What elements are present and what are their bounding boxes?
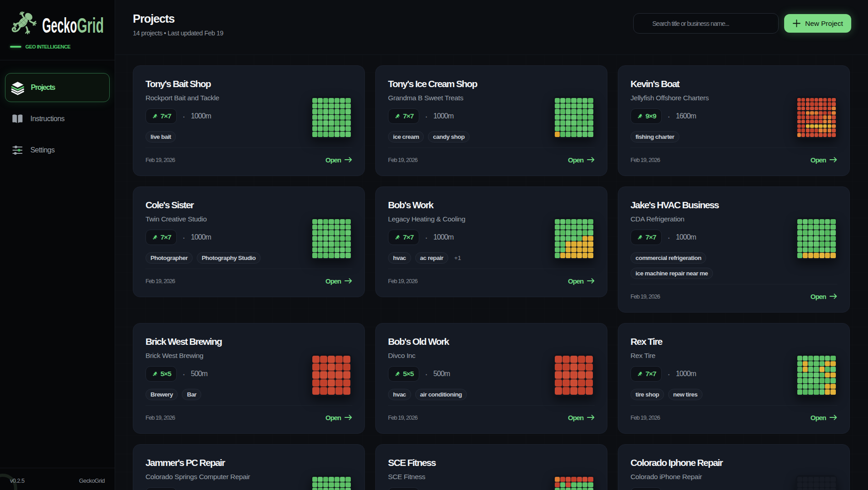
svg-text:Gecko: Gecko <box>42 16 77 37</box>
svg-text:Grid: Grid <box>77 16 104 37</box>
